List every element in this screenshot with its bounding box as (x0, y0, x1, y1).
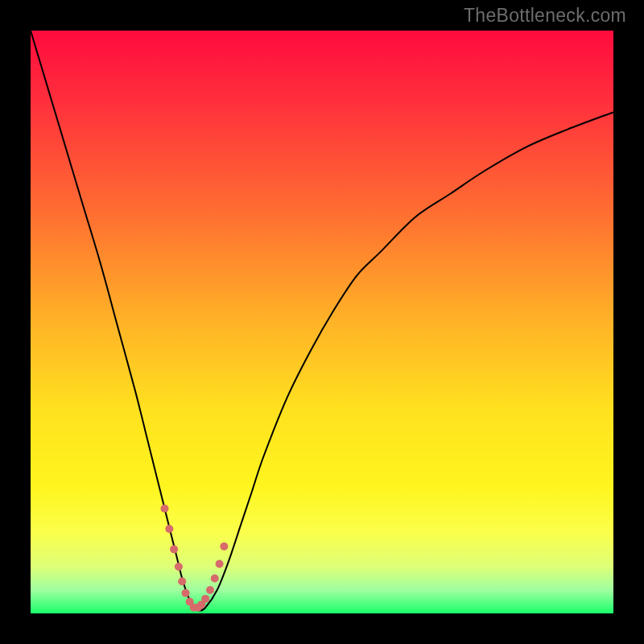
chart-svg (31, 31, 613, 613)
marker-dot (178, 577, 186, 585)
chart-frame: TheBottleneck.com (0, 0, 644, 644)
marker-dot (175, 563, 183, 571)
marker-dot (161, 505, 169, 513)
marker-dot (165, 525, 173, 533)
marker-dot (216, 559, 224, 568)
marker-dot (220, 543, 228, 551)
marker-dot (201, 595, 209, 603)
gradient-background (31, 31, 613, 613)
marker-dot (182, 589, 190, 597)
marker-dot (211, 575, 219, 583)
plot-area (31, 31, 613, 613)
marker-dot (206, 586, 214, 594)
marker-dot (170, 545, 178, 553)
watermark-text: TheBottleneck.com (464, 5, 626, 27)
